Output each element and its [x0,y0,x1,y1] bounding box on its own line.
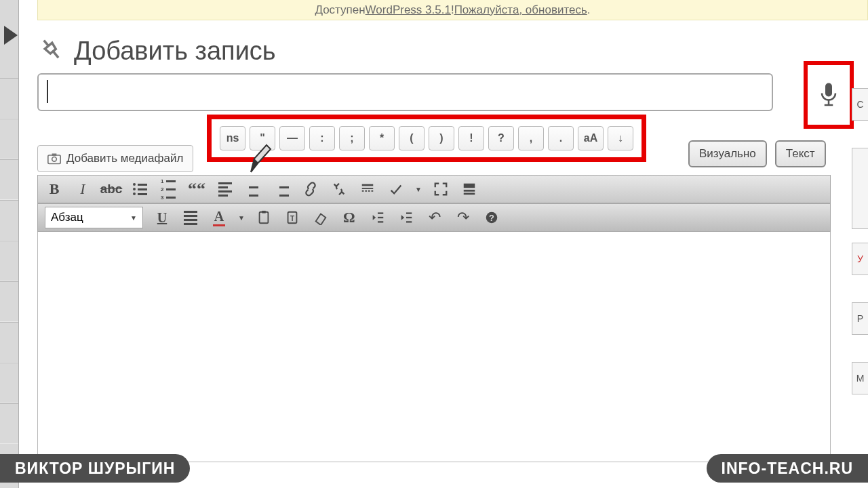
pen-cursor-icon [248,142,275,178]
italic-button[interactable]: I [73,180,92,199]
format-select-value: Абзац [51,211,83,224]
more-icon [360,182,375,197]
update-notice: Доступен WordPress 3.5.1 ! Пожалуйста, о… [37,0,868,20]
sym-dash-button[interactable]: — [279,126,305,150]
side-box-4[interactable]: Р [852,302,868,335]
fullscreen-button[interactable] [431,180,450,199]
kitchen-sink-icon [462,182,477,197]
update-please-link[interactable]: Пожалуйста, обновитесь [454,3,587,17]
dropdown-arrow-icon[interactable]: ▼ [415,186,422,193]
svg-rect-6 [362,184,374,186]
page-title: Добавить запись [74,37,276,66]
more-tag-button[interactable] [358,180,377,199]
side-box-5[interactable]: М [852,362,868,394]
paste-text-button[interactable]: T [283,208,302,227]
align-left-button[interactable] [216,180,235,199]
paste-text-icon: T [285,210,300,225]
svg-rect-11 [259,212,268,224]
side-box-2[interactable] [852,148,868,229]
camera-icon [47,152,61,165]
sym-paren-open-button[interactable]: ( [399,126,425,150]
admin-sidebar-collapsed [0,0,19,488]
sym-period-button[interactable]: . [548,126,574,150]
align-center-button[interactable] [244,180,263,199]
svg-rect-12 [262,211,266,214]
help-button[interactable]: ? [482,208,501,227]
bold-button[interactable]: B [45,180,64,199]
notice-suffix: . [587,3,591,17]
add-media-label: Добавить медиафайл [66,152,183,165]
outdent-button[interactable] [368,208,387,227]
svg-rect-7 [362,188,374,189]
sym-ns-button[interactable]: ns [220,126,245,150]
numbered-list-icon: 1 2 3 [161,178,176,201]
spellcheck-icon [389,182,403,197]
spellcheck-button[interactable] [387,180,406,199]
side-box-1[interactable]: С [852,88,868,121]
sym-question-button[interactable]: ? [488,126,514,150]
bullet-list-button[interactable] [130,180,149,199]
link-icon [303,182,318,197]
tab-visual[interactable]: Визуально [688,140,767,167]
svg-rect-10 [464,193,475,195]
align-left-icon [218,182,232,197]
format-select[interactable]: Абзац ▼ [45,207,143,228]
sym-case-button[interactable]: aA [578,126,604,150]
remove-format-button[interactable] [311,208,330,227]
color-dropdown-icon[interactable]: ▼ [238,214,245,222]
post-title-input[interactable] [37,73,773,111]
outdent-icon [370,210,385,225]
svg-rect-0 [825,83,832,97]
text-cursor [47,80,48,103]
sym-comma-button[interactable]: , [518,126,544,150]
pin-icon [37,35,66,66]
sym-down-button[interactable]: ↓ [608,126,633,150]
right-sidebar-partial: С У Р М [852,88,868,427]
justify-button[interactable] [181,208,200,227]
site-badge: INFO-TEACH.RU [707,454,868,483]
blockquote-button[interactable]: ““ [187,180,206,199]
sym-paren-close-button[interactable]: ) [429,126,454,150]
fullscreen-icon [433,182,448,197]
sym-exclaim-button[interactable]: ! [458,126,484,150]
voice-input-button[interactable] [804,61,854,129]
text-color-icon: A [213,209,225,226]
unlink-button[interactable] [330,180,349,199]
chevron-down-icon: ▼ [130,214,137,222]
svg-point-4 [52,157,57,162]
svg-rect-5 [52,154,57,156]
special-char-button[interactable]: Ω [340,208,359,227]
eraser-icon [313,210,328,225]
strikethrough-button[interactable]: abc [102,180,121,199]
add-media-button[interactable]: Добавить медиафайл [37,145,193,172]
indent-button[interactable] [397,208,416,227]
notice-prefix: Доступен [315,3,365,17]
side-box-3[interactable]: У [852,243,868,275]
svg-rect-8 [464,184,475,188]
paste-word-icon [256,210,271,225]
align-center-icon [247,182,260,197]
align-right-icon [275,182,289,197]
author-badge: ВИКТОР ШУРЫГИН [0,454,190,483]
redo-button[interactable]: ↷ [454,208,473,227]
paste-word-button[interactable] [254,208,273,227]
svg-text:T: T [290,215,295,222]
sym-colon-button[interactable]: : [309,126,335,150]
svg-text:?: ? [489,213,494,223]
align-right-button[interactable] [273,180,292,199]
undo-button[interactable]: ↶ [425,208,444,227]
numbered-list-button[interactable]: 1 2 3 [159,180,178,199]
wordpress-version-link[interactable]: WordPress 3.5.1 [366,3,451,17]
svg-rect-9 [464,190,475,192]
text-color-button[interactable]: A [210,208,229,227]
bullet-list-icon [133,183,147,195]
help-icon: ? [484,210,499,225]
editor-content-area[interactable] [37,232,831,462]
tab-text[interactable]: Текст [775,140,826,167]
sym-asterisk-button[interactable]: * [369,126,395,150]
microphone-icon [818,81,839,108]
underline-button[interactable]: U [153,208,172,227]
link-button[interactable] [301,180,320,199]
sym-semicolon-button[interactable]: ; [339,126,365,150]
kitchen-sink-button[interactable] [460,180,479,199]
